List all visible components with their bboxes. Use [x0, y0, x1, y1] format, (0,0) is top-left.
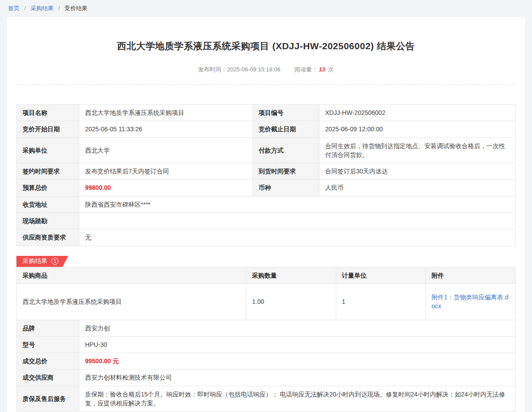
- detail-label-final-price: 成交总价: [17, 353, 79, 369]
- info-label-delivery-address: 收货地址: [17, 196, 79, 212]
- result-detail-table: 品牌 西安力创 型号 HPU-30 成交总价 99500.00 元 成交供应商 …: [16, 320, 516, 412]
- table-row: 型号 HPU-30: [17, 336, 516, 353]
- purchase-result-table: 采购商品 采购数量 计量单位 附件 西北大学地质学系液压系统采购项目 1.00 …: [16, 267, 516, 320]
- breadcrumb: 首页 / 采购结果 / 竞价结果: [0, 0, 532, 16]
- info-value-budget: 99800.00: [79, 180, 253, 196]
- table-row: 品牌 西安力创: [17, 320, 516, 336]
- views-unit: 次: [328, 66, 334, 73]
- product-unit: 1: [336, 283, 426, 320]
- info-value-site-visit: [79, 213, 516, 229]
- info-value-purchaser: 西北大学: [79, 137, 253, 163]
- table-row: 西北大学地质学系液压系统采购项目 1.00 1 附件1：货物类响应偏离表.doc…: [17, 283, 516, 320]
- breadcrumb-purchase-results[interactable]: 采购结果: [31, 5, 54, 12]
- breadcrumb-home[interactable]: 首页: [8, 5, 19, 12]
- result-ribbon-label: 采购结果: [23, 257, 47, 265]
- info-label-project-name: 项目名称: [17, 105, 79, 121]
- detail-value-winning-supplier: 西安力创材料检测技术有限公司: [79, 369, 516, 386]
- table-row: 项目名称 西北大学地质学系液压系统采购项目 项目编号 XDJJ-HW-20250…: [17, 105, 516, 121]
- views-count: 13: [319, 66, 325, 73]
- result-count-badge: 1: [51, 258, 58, 265]
- breadcrumb-separator: /: [24, 5, 26, 12]
- info-value-project-number: XDJJ-HW-202506002: [319, 105, 516, 121]
- info-value-bid-start: 2025-06-05 11:33:26: [79, 121, 253, 137]
- breadcrumb-current: 竞价结果: [65, 5, 88, 12]
- info-value-signing-time: 发布竞价结果后7天内签订合同: [79, 163, 253, 180]
- result-section-header: 采购结果 1: [16, 256, 516, 267]
- table-row: 收货地址 陕西省西安市碑林区****: [17, 196, 516, 212]
- table-row: 采购单位 西北大学 付款方式 合同生效后，待货物到达指定地点、安装调试验收合格后…: [17, 137, 516, 163]
- product-attachment-cell: 附件1：货物类响应偏离表.docx: [426, 283, 516, 320]
- info-value-currency: 人民币: [319, 180, 516, 196]
- dashed-divider: [16, 84, 516, 85]
- page: 首页 / 采购结果 / 竞价结果 西北大学地质学系液压系统采购项目 (XDJJ-…: [0, 0, 532, 412]
- info-value-payment: 合同生效后，待货物到达指定地点、安装调试验收合格后，一次性付清合同货款。: [319, 137, 516, 163]
- result-ribbon: 采购结果 1: [16, 256, 68, 267]
- publish-time-value: 2025-06-09 15:18:06: [227, 66, 280, 73]
- announcement-card: 西北大学地质学系液压系统采购项目 (XDJJ-HW-202506002) 结果公…: [7, 17, 525, 412]
- info-label-supplier-qualification: 供应商资质要求: [17, 229, 79, 246]
- table-row: 竞价开始日期 2025-06-05 11:33:26 竞价截止日期 2025-0…: [17, 121, 516, 137]
- detail-label-winning-supplier: 成交供应商: [17, 369, 79, 386]
- info-label-delivery-time: 到货时间要求: [253, 163, 319, 180]
- page-title: 西北大学地质学系液压系统采购项目 (XDJJ-HW-202506002) 结果公…: [16, 40, 516, 52]
- table-row: 预算总价 99800.00 币种 人民币: [17, 180, 516, 196]
- header-attachment: 附件: [426, 267, 516, 283]
- publish-time-label: 发布时间：: [198, 66, 227, 73]
- detail-label-model: 型号: [17, 336, 79, 353]
- detail-value-brand: 西安力创: [79, 320, 516, 336]
- info-label-bid-end: 竞价截止日期: [253, 121, 319, 137]
- header-product: 采购商品: [17, 267, 246, 283]
- header-quantity: 采购数量: [246, 267, 336, 283]
- table-row: 成交总价 99500.00 元: [17, 353, 516, 369]
- detail-label-warranty-service: 质保及售后服务: [17, 386, 79, 412]
- info-label-project-number: 项目编号: [253, 105, 319, 121]
- info-value-project-name: 西北大学地质学系液压系统采购项目: [79, 105, 253, 121]
- product-quantity: 1.00: [246, 283, 336, 320]
- table-row: 签约时间要求 发布竞价结果后7天内签订合同 到货时间要求 合同签订后30天内送达: [17, 163, 516, 180]
- table-row: 现场踏勘: [17, 213, 516, 229]
- info-value-supplier-qualification: 无: [79, 229, 516, 246]
- table-header-row: 采购商品 采购数量 计量单位 附件: [17, 267, 516, 283]
- project-info-table: 项目名称 西北大学地质学系液压系统采购项目 项目编号 XDJJ-HW-20250…: [16, 104, 516, 246]
- detail-value-warranty-service: 质保期：验收合格后15个月。响应时效：即时响应（包括电话响应）； 电话响应无法解…: [79, 386, 516, 412]
- detail-value-final-price: 99500.00 元: [79, 353, 516, 369]
- breadcrumb-separator: /: [58, 5, 60, 12]
- info-value-delivery-time: 合同签订后30天内送达: [319, 163, 516, 180]
- attachment-link[interactable]: 附件1：货物类响应偏离表.docx: [431, 294, 508, 310]
- info-value-bid-end: 2025-06-09 12:00:00: [319, 121, 516, 137]
- product-name: 西北大学地质学系液压系统采购项目: [17, 283, 246, 320]
- detail-label-brand: 品牌: [17, 320, 79, 336]
- header-unit: 计量单位: [336, 267, 426, 283]
- table-row: 供应商资质要求 无: [17, 229, 516, 246]
- info-label-bid-start: 竞价开始日期: [17, 121, 79, 137]
- table-row: 成交供应商 西安力创材料检测技术有限公司: [17, 369, 516, 386]
- detail-value-model: HPU-30: [79, 336, 516, 353]
- info-label-payment: 付款方式: [253, 137, 319, 163]
- views-label: 阅读量：: [295, 66, 318, 73]
- table-row: 质保及售后服务 质保期：验收合格后15个月。响应时效：即时响应（包括电话响应）；…: [17, 386, 516, 412]
- info-label-purchaser: 采购单位: [17, 137, 79, 163]
- info-label-currency: 币种: [253, 180, 319, 196]
- announcement-meta: 发布时间：2025-06-09 15:18:06 阅读量：13 次: [16, 66, 516, 74]
- info-label-signing-time: 签约时间要求: [17, 163, 79, 180]
- info-label-site-visit: 现场踏勘: [17, 213, 79, 229]
- info-value-delivery-address: 陕西省西安市碑林区****: [79, 196, 516, 212]
- info-label-budget: 预算总价: [17, 180, 79, 196]
